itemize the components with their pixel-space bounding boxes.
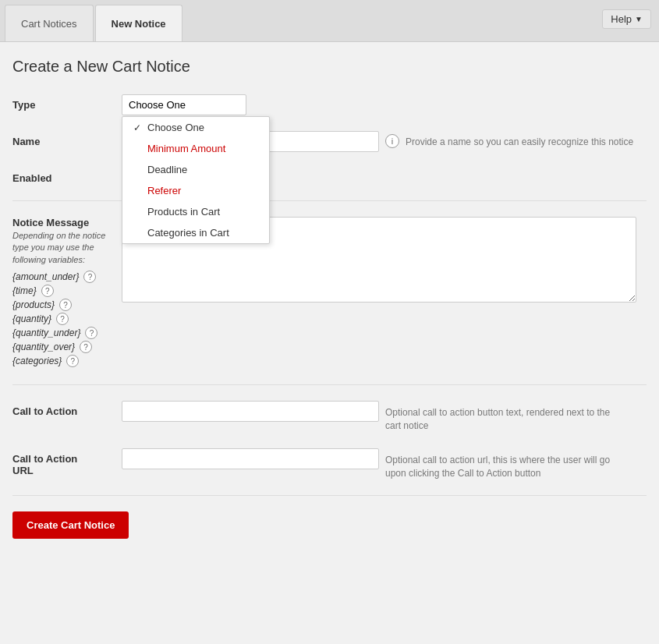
variable-products: {products} ?: [12, 299, 122, 311]
variable-help-quantity[interactable]: ?: [56, 313, 69, 325]
dropdown-item-deadline[interactable]: Deadline: [122, 159, 269, 180]
help-dropdown-arrow: ▼: [635, 15, 643, 23]
form-section: Type Choose OneMinimum AmountDeadlineRef…: [12, 94, 647, 539]
dropdown-item-products-in-cart-label: Products in Cart: [147, 206, 220, 218]
variable-code-products: {products}: [12, 299, 55, 310]
type-dropdown-overlay[interactable]: ✓ Choose One Minimum Amount Deadline: [122, 116, 270, 244]
variable-code-amount-under: {amount_under}: [12, 271, 79, 282]
variable-help-products[interactable]: ?: [59, 299, 72, 311]
dropdown-item-choose-one-label: Choose One: [147, 122, 204, 133]
variable-time: {time} ?: [12, 285, 122, 297]
tab-bar: Cart Notices New Notice Help ▼: [0, 0, 659, 42]
tab-cart-notices-label: Cart Notices: [21, 18, 77, 30]
variable-help-categories[interactable]: ?: [66, 355, 79, 367]
variable-help-quantity-under[interactable]: ?: [85, 327, 97, 339]
tab-new-notice-label: New Notice: [112, 18, 166, 30]
cta-url-row: Call to ActionURL Optional call to actio…: [12, 448, 647, 480]
dropdown-item-referer[interactable]: Referer: [122, 180, 269, 201]
tab-new-notice[interactable]: New Notice: [95, 5, 182, 41]
help-button-label: Help: [611, 13, 632, 25]
type-label: Type: [12, 94, 122, 111]
tab-cart-notices[interactable]: Cart Notices: [5, 5, 94, 41]
variable-code-categories: {categories}: [12, 356, 62, 366]
cta-url-input[interactable]: [122, 448, 379, 469]
name-hint-text: Provide a name so you can easily recogni…: [406, 131, 633, 147]
dropdown-item-choose-one[interactable]: ✓ Choose One: [122, 117, 269, 138]
variable-categories: {categories} ?: [12, 355, 122, 367]
divider-2: [12, 384, 647, 385]
enabled-row: Enabled: [12, 168, 647, 185]
name-hint-icon: i: [385, 134, 399, 148]
cta-url-label: Call to ActionURL: [12, 448, 122, 476]
variables-list: {amount_under} ? {time} ? {products} ? {…: [12, 271, 122, 367]
notice-message-label-col: Notice Message Depending on the notice t…: [12, 217, 122, 369]
dropdown-item-categories-in-cart-label: Categories in Cart: [147, 227, 229, 239]
cta-url-field: Optional call to action url, this is whe…: [122, 448, 647, 480]
cta-field: Optional call to action button text, ren…: [122, 401, 647, 433]
dropdown-item-referer-label: Referer: [147, 185, 181, 196]
variable-quantity-under: {quantity_under} ?: [12, 327, 122, 339]
dropdown-item-minimum-amount[interactable]: Minimum Amount: [122, 138, 269, 159]
type-field: Choose OneMinimum AmountDeadlineRefererP…: [122, 94, 647, 115]
submit-row: Create Cart Notice: [12, 511, 647, 539]
name-label: Name: [12, 131, 122, 147]
notice-message-row: Notice Message Depending on the notice t…: [12, 217, 647, 369]
page-title: Create a New Cart Notice: [12, 58, 647, 76]
main-content: Create a New Cart Notice Type Choose One…: [0, 42, 659, 570]
notice-message-label: Notice Message: [12, 217, 122, 228]
cta-row: Call to Action Optional call to action b…: [12, 401, 647, 433]
type-select-wrapper: Choose OneMinimum AmountDeadlineRefererP…: [122, 94, 246, 115]
dropdown-item-deadline-label: Deadline: [147, 164, 187, 175]
type-row: Type Choose OneMinimum AmountDeadlineRef…: [12, 94, 647, 115]
variable-quantity: {quantity} ?: [12, 313, 122, 325]
variable-code-quantity: {quantity}: [12, 313, 51, 324]
variable-code-quantity-over: {quantity_over}: [12, 341, 75, 352]
cta-url-hint-text: Optional call to action url, this is whe…: [385, 448, 619, 480]
cta-hint-text: Optional call to action button text, ren…: [385, 401, 619, 433]
cta-input[interactable]: [122, 401, 379, 422]
type-select[interactable]: Choose OneMinimum AmountDeadlineRefererP…: [122, 94, 246, 115]
dropdown-item-minimum-amount-label: Minimum Amount: [147, 143, 225, 154]
variable-help-time[interactable]: ?: [41, 285, 54, 297]
variable-amount-under: {amount_under} ?: [12, 271, 122, 283]
variable-help-quantity-over[interactable]: ?: [80, 341, 92, 353]
variable-code-time: {time}: [12, 285, 37, 296]
variable-help-amount-under[interactable]: ?: [83, 271, 96, 283]
enabled-label: Enabled: [12, 168, 122, 184]
name-row: Name i Provide a name so you can easily …: [12, 131, 647, 152]
variable-quantity-over: {quantity_over} ?: [12, 341, 122, 353]
variable-code-quantity-under: {quantity_under}: [12, 327, 80, 338]
dropdown-item-categories-in-cart[interactable]: Categories in Cart: [122, 222, 269, 243]
create-cart-notice-button[interactable]: Create Cart Notice: [12, 511, 129, 539]
help-button[interactable]: Help ▼: [602, 9, 651, 29]
divider-3: [12, 495, 647, 496]
cta-url-label-text: Call to ActionURL: [12, 453, 77, 476]
check-mark-icon: ✓: [133, 122, 143, 133]
dropdown-item-products-in-cart[interactable]: Products in Cart: [122, 201, 269, 222]
divider-1: [12, 200, 647, 201]
cta-label: Call to Action: [12, 401, 122, 417]
notice-message-description: Depending on the notice type you may use…: [12, 230, 122, 266]
